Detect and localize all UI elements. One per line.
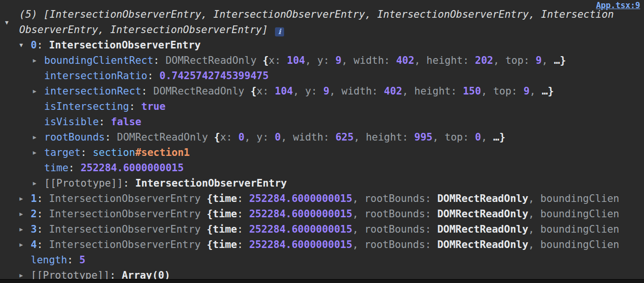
expand-triangle-icon[interactable]: ▶ (16, 237, 26, 252)
array-entry-4[interactable]: ▶4: IntersectionObserverEntry {time: 252… (0, 237, 644, 252)
text-segment: : (237, 224, 249, 235)
text-segment: 150 (463, 85, 481, 97)
text-segment: , boundingClien (528, 239, 620, 250)
text-segment: time (44, 162, 69, 174)
text-segment: DOMRectReadOnly (437, 208, 528, 220)
text-segment: 625 (335, 131, 354, 143)
source-link-row: App.tsx:9 (596, 0, 640, 11)
array-entry-2[interactable]: ▶2: IntersectionObserverEntry {time: 252… (0, 206, 644, 222)
prop-time: time: 252284.6000000015 (0, 160, 644, 176)
text-segment: 0 (239, 131, 245, 143)
log-array-preview[interactable]: ▼(5) [IntersectionObserverEntry, Interse… (0, 7, 644, 37)
prop-intersectionRect[interactable]: ▶intersectionRect: DOMRectReadOnly {x: 1… (0, 83, 644, 99)
expand-triangle-icon[interactable]: ▶ (16, 206, 26, 222)
expand-triangle-icon[interactable]: ▶ (16, 191, 26, 206)
source-link[interactable]: App.tsx:9 (596, 0, 640, 10)
text-segment: , top: (432, 131, 475, 143)
text-segment: …} (493, 131, 505, 143)
text-segment: { (207, 193, 213, 204)
text-segment: IntersectionObserverEntry (49, 224, 207, 235)
text-segment: 0 (275, 131, 281, 143)
text-segment: : (81, 147, 93, 158)
row-content: 3: IntersectionObserverEntry {time: 2522… (31, 224, 619, 235)
text-segment: : (67, 254, 79, 266)
text-segment: : (37, 208, 49, 220)
text-segment: 5 (79, 254, 85, 266)
text-segment: , rootBounds: (352, 193, 437, 204)
prop-rootBounds[interactable]: ▶rootBounds: DOMRectReadOnly {x: 0, y: 0… (0, 130, 644, 145)
text-segment: , boundingClien (528, 208, 620, 220)
text-segment: 2 (31, 208, 37, 220)
collapse-triangle-icon[interactable]: ▼ (16, 37, 26, 53)
row-content: time: 252284.6000000015 (44, 162, 184, 174)
expand-triangle-icon[interactable]: ▶ (30, 145, 39, 160)
row-content: [[Prototype]]: IntersectionObserverEntry (44, 177, 287, 189)
row-content: target: section#section1 (44, 147, 190, 158)
array-entry-0[interactable]: ▼0: IntersectionObserverEntry (0, 37, 644, 53)
text-segment: DOMRectReadOnly (117, 131, 214, 143)
expand-triangle-icon[interactable]: ▶ (30, 53, 39, 68)
text-segment: 104 (274, 85, 293, 97)
text-segment: 252284.6000000015 (249, 193, 352, 204)
text-segment: , width: (281, 131, 335, 143)
array-entry-1[interactable]: ▶1: IntersectionObserverEntry {time: 252… (0, 191, 644, 206)
text-segment: DOMRectReadOnly (154, 85, 250, 97)
text-segment: IntersectionObserverEntry (49, 39, 201, 51)
text-segment: DOMRectReadOnly (437, 239, 528, 250)
row-content: isVisible: false (44, 116, 141, 128)
collapse-triangle-icon[interactable]: ▼ (2, 15, 12, 30)
text-segment: intersectionRect (44, 85, 141, 97)
text-segment: length (31, 254, 67, 266)
text-segment: IntersectionObserverEntry (49, 208, 207, 220)
text-segment: 104 (287, 55, 305, 66)
text-segment: , width: (342, 55, 396, 66)
text-segment: , top: (493, 55, 536, 66)
text-segment: x: (220, 131, 239, 143)
text-segment: , width: (329, 85, 384, 97)
text-segment: : (99, 116, 111, 128)
row-content: rootBounds: DOMRectReadOnly {x: 0, y: 0,… (44, 131, 505, 143)
expand-triangle-icon[interactable]: ▶ (30, 83, 39, 99)
expand-triangle-icon[interactable]: ▶ (16, 222, 26, 237)
text-segment: : (141, 85, 153, 97)
text-segment: 0.7425742745399475 (159, 70, 269, 82)
row-content: boundingClientRect: DOMRectReadOnly {x: … (44, 55, 566, 66)
text-segment: , y: (305, 55, 335, 66)
row-content: intersectionRatio: 0.7425742745399475 (44, 70, 269, 82)
text-segment: isIntersecting (44, 101, 129, 112)
text-segment: , boundingClien (528, 193, 620, 204)
row-content: 1: IntersectionObserverEntry {time: 2522… (31, 193, 619, 204)
text-segment: 0 (475, 131, 481, 143)
text-segment: , (481, 131, 493, 143)
text-segment: DOMRectReadOnly (437, 193, 528, 204)
text-segment: 402 (396, 55, 414, 66)
text-segment: 9 (524, 85, 530, 97)
devtools-console: App.tsx:9 ▼(5) [IntersectionObserverEntr… (0, 0, 644, 283)
text-segment: [[Prototype]] (44, 177, 123, 189)
text-segment: DOMRectReadOnly (437, 224, 528, 235)
text-segment: …} (542, 85, 554, 97)
text-segment: …} (554, 55, 566, 66)
text-segment: 9 (536, 55, 542, 66)
text-segment: 252284.6000000015 (249, 208, 352, 220)
prop-target[interactable]: ▶target: section#section1 (0, 145, 644, 160)
array-entry-3[interactable]: ▶3: IntersectionObserverEntry {time: 252… (0, 222, 644, 237)
text-segment: 9 (323, 85, 330, 97)
text-segment: 3 (31, 224, 37, 235)
text-segment: x: (269, 55, 287, 66)
text-segment: 252284.6000000015 (81, 162, 184, 174)
text-segment: 1 (31, 193, 37, 204)
row-content: 0: IntersectionObserverEntry (31, 39, 201, 51)
prop-boundingClientRect[interactable]: ▶boundingClientRect: DOMRectReadOnly {x:… (0, 53, 644, 68)
expand-triangle-icon[interactable]: ▶ (30, 130, 39, 145)
text-segment: { (207, 224, 213, 235)
text-segment: section (93, 147, 135, 158)
prototype-entry-0[interactable]: ▶[[Prototype]]: IntersectionObserverEntr… (0, 176, 644, 191)
info-icon[interactable]: i (275, 27, 284, 36)
text-segment: , boundingClien (528, 224, 620, 235)
expand-triangle-icon[interactable]: ▶ (30, 176, 39, 191)
text-segment: (5) [IntersectionObserverEntry, Intersec… (19, 9, 614, 35)
text-segment: true (141, 101, 166, 112)
text-segment: IntersectionObserverEntry (49, 239, 207, 250)
text-segment: time (213, 239, 237, 250)
